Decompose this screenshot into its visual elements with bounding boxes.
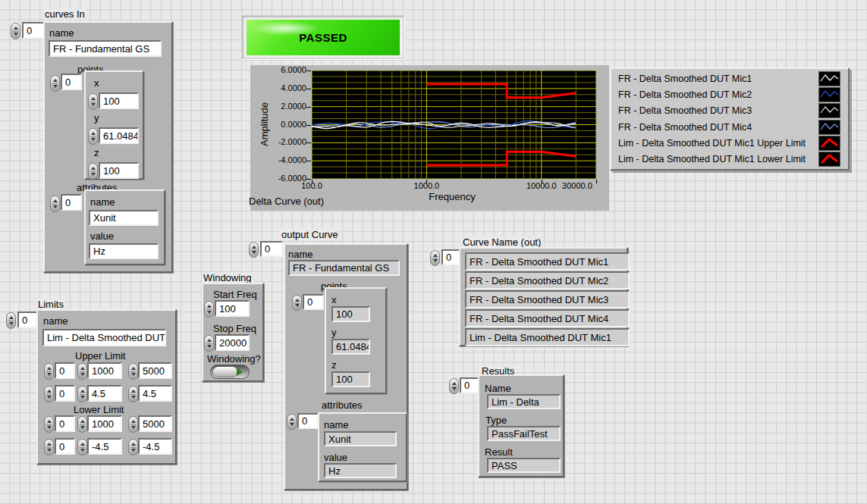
attributes-index-spinner[interactable] [50, 196, 60, 212]
out-attributes-index-field[interactable]: 0 [297, 413, 319, 429]
legend-row: FR - Delta Smoothed DUT Mic1 [611, 71, 848, 86]
points-index-field[interactable]: 0 [61, 74, 82, 90]
upper-r0c1-spinner[interactable] [128, 363, 138, 380]
out-attr-value-field: Hz [324, 463, 397, 478]
lower-r1c0-field[interactable]: -4.5 [87, 438, 122, 455]
curves-in-index-field[interactable]: 0 [22, 22, 45, 39]
upper-r1c1-field[interactable]: 4.5 [138, 385, 172, 402]
upper-row-index-spinner[interactable] [44, 363, 54, 380]
points-index-spinner[interactable] [50, 75, 60, 92]
attributes-cluster: name Xunit value Hz [84, 189, 165, 265]
y-tick-mark [306, 125, 311, 126]
stop-freq-spinner[interactable] [204, 335, 214, 352]
x-field[interactable]: 100 [99, 92, 139, 109]
out-x-label: x [331, 294, 337, 305]
y-tick-mark [306, 107, 311, 108]
out-attr-name-field: Xunit [324, 431, 397, 446]
limits-name-label: name [43, 315, 68, 327]
lower-r1c0-spinner[interactable] [77, 439, 87, 455]
attr-name-label: name [90, 196, 115, 208]
start-freq-field[interactable]: 100 [215, 300, 250, 317]
lower-r1c1-field[interactable]: -4.5 [138, 438, 172, 455]
lower-col-index-spinner[interactable] [44, 439, 54, 455]
lower-limit-label: Lower Limit [74, 404, 124, 415]
lower-col-index-field[interactable]: 0 [55, 438, 75, 455]
windowing-toggle-face [213, 367, 237, 377]
legend-plot-swatch[interactable] [818, 120, 840, 135]
x-tick-mark [596, 180, 597, 183]
y-tick-label: 2.0000 [261, 102, 306, 111]
results-index-spinner[interactable] [449, 378, 459, 394]
curve-name-item: Lim - Delta Smoothed DUT Mic1 [465, 328, 630, 346]
y-tick-mark [306, 70, 311, 71]
graph-body: Amplitude 6.00004.00002.00000.0000-2.000… [250, 65, 609, 211]
upper-r1c0-spinner[interactable] [77, 386, 87, 402]
x-tick-mark [542, 180, 542, 183]
legend-row: Lim - Delta Smoothed DUT Mic1 Lower Limi… [611, 152, 848, 167]
z-label: z [94, 147, 99, 158]
x-tick-label: 30000.0 [547, 181, 608, 191]
out-y-field: 61.0484 [331, 339, 370, 355]
upper-col-index-spinner[interactable] [44, 386, 54, 402]
limits-index-spinner[interactable] [6, 312, 16, 329]
limits-name-field[interactable]: Lim - Delta Smoothed DUT [42, 329, 166, 346]
limits-cluster: name Lim - Delta Smoothed DUT Upper Limi… [36, 309, 177, 465]
legend-plot-swatch[interactable] [818, 103, 840, 118]
lower-r0c1-field[interactable]: 5000 [138, 415, 172, 432]
passed-indicator: PASSED [247, 20, 400, 55]
z-field[interactable]: 100 [99, 162, 139, 179]
lower-r1c1-spinner[interactable] [128, 439, 138, 455]
windowing-toggle[interactable] [210, 365, 250, 379]
output-curve-index-spinner[interactable] [249, 242, 259, 258]
y-field[interactable]: 61.0484 [99, 127, 139, 144]
upper-row-index-field[interactable]: 0 [55, 362, 75, 379]
x-tick-mark [426, 180, 427, 183]
lower-r0c0-spinner[interactable] [77, 416, 87, 433]
curve-name-out-label: Curve Name (out) [461, 236, 542, 248]
out-name-field: FR - Fundamental GS [288, 260, 400, 276]
legend-plot-swatch[interactable] [818, 152, 840, 167]
legend-plot-swatch[interactable] [818, 87, 840, 102]
y-tick-label: -4.0000 [261, 155, 306, 165]
z-spinner[interactable] [88, 163, 98, 180]
upper-r0c1-field[interactable]: 5000 [138, 362, 172, 379]
curves-in-index-spinner[interactable] [11, 23, 20, 39]
lower-r0c0-field[interactable]: 1000 [87, 415, 122, 432]
curves-in-name-label: name [49, 27, 74, 39]
curves-in-name-field[interactable]: FR - Fundamental GS [49, 40, 162, 57]
upper-col-index-field[interactable]: 0 [55, 385, 75, 402]
upper-r1c0-field[interactable]: 4.5 [87, 385, 122, 402]
curve-name-item: FR - Delta Smoothed DUT Mic2 [465, 271, 630, 290]
curve-name-index-spinner[interactable] [430, 250, 440, 266]
x-axis-label: Frequency [429, 191, 475, 202]
legend-plot-name: FR - Delta Smoothed DUT Mic2 [618, 89, 752, 100]
start-freq-label: Start Freq [213, 289, 257, 300]
curve-name-item: FR - Delta Smoothed DUT Mic1 [465, 252, 630, 271]
windowing-cluster: Start Freq 100 Stop Freq 20000 Windowing… [202, 283, 264, 382]
result-result-label: Result [485, 446, 513, 458]
out-points-index-spinner[interactable] [292, 295, 302, 311]
attr-name-field[interactable]: Xunit [89, 210, 159, 226]
y-spinner[interactable] [88, 128, 98, 145]
legend-plot-swatch[interactable] [818, 136, 840, 151]
lower-row-index-spinner[interactable] [44, 416, 54, 433]
attributes-index-field[interactable]: 0 [61, 194, 82, 211]
upper-r0c0-field[interactable]: 1000 [87, 362, 122, 379]
upper-r0c0-spinner[interactable] [77, 363, 87, 380]
y-label: y [94, 112, 99, 124]
y-tick-mark [306, 161, 311, 161]
result-type-field: PassFailTest [487, 426, 561, 441]
x-spinner[interactable] [88, 93, 98, 110]
y-tick-label: 6.0000 [261, 65, 306, 75]
out-attributes-index-spinner[interactable] [287, 414, 297, 430]
upper-r1c1-spinner[interactable] [128, 386, 138, 402]
attr-value-field[interactable]: Hz [89, 243, 159, 259]
legend-plot-swatch[interactable] [818, 71, 840, 86]
lower-r0c1-spinner[interactable] [128, 416, 138, 433]
stop-freq-field[interactable]: 20000 [215, 334, 250, 351]
output-curve-index-field[interactable]: 0 [260, 241, 283, 257]
out-points-index-field[interactable]: 0 [303, 294, 324, 310]
out-attr-name-label: name [324, 419, 349, 430]
lower-row-index-field[interactable]: 0 [55, 415, 75, 432]
start-freq-spinner[interactable] [204, 301, 214, 318]
